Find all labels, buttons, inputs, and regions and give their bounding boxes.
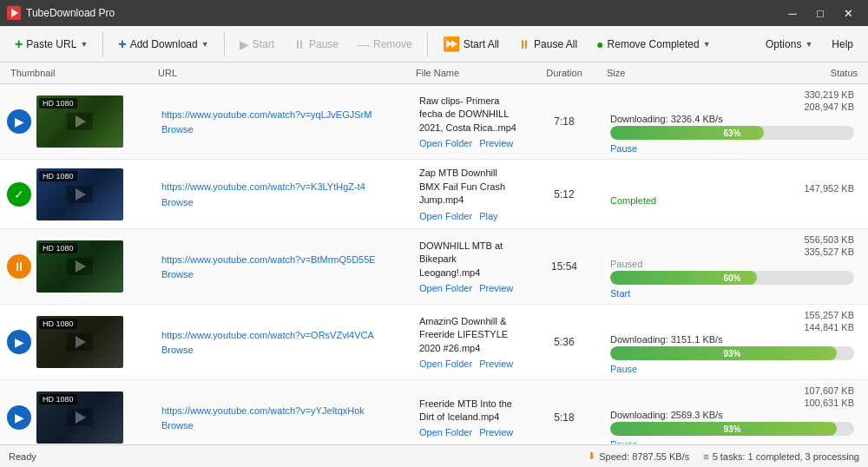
separator-1 (102, 32, 103, 56)
progress-bar: 60% (610, 271, 854, 285)
url-cell: https://www.youtube.com/watch?v=BtMrmQ5D… (155, 252, 412, 281)
start-label: Start (253, 38, 274, 50)
file-link-open-folder[interactable]: Open Folder (419, 211, 472, 221)
thumbnail-cell: ⏸ HD 1080 (7, 240, 155, 293)
row-action-button[interactable]: ⏸ (7, 254, 31, 279)
url-link-browse[interactable]: Browse (161, 197, 194, 207)
file-actions: Open Folder Preview (419, 427, 518, 437)
size-top: 330,219 KB (610, 89, 854, 100)
status-action-link[interactable]: Pause (610, 143, 854, 154)
progress-label: 63% (610, 128, 854, 138)
remove-button[interactable]: — Remove (350, 33, 420, 56)
file-link-preview[interactable]: Preview (479, 138, 513, 148)
status-action-link[interactable]: Start (610, 288, 854, 299)
filename-text: Zap MTB Downhill BMX Fail Fun Crash Jump… (419, 167, 518, 207)
url-link-browse[interactable]: Browse (161, 420, 194, 431)
url-text[interactable]: https://www.youtube.com/watch?v=yqLJvEGJ… (161, 109, 405, 121)
duration-cell: 7:18 (525, 114, 603, 129)
add-download-icon: + (118, 36, 126, 52)
size-bottom: 144,841 KB (610, 322, 854, 332)
file-link-open-folder[interactable]: Open Folder (419, 138, 472, 148)
app-title: TubeDownload Pro (26, 7, 779, 19)
progress-bar: 93% (610, 346, 854, 360)
file-actions: Open Folder Play (419, 211, 518, 221)
th-thumbnail: Thumbnail (7, 66, 155, 80)
paste-url-dropdown-arrow: ▼ (80, 40, 88, 49)
th-size: Size (607, 68, 625, 78)
duration-cell: 5:12 (525, 187, 603, 202)
status-completed: Completed (610, 195, 854, 206)
row-action-button[interactable]: ▶ (7, 330, 31, 354)
url-link-browse[interactable]: Browse (161, 124, 194, 135)
status-speed-text: Speed: 8787.55 KB/s (599, 451, 689, 462)
remove-icon: — (358, 37, 370, 51)
file-link-preview[interactable]: Preview (479, 427, 513, 437)
file-link-play[interactable]: Play (479, 211, 497, 221)
progress-label: 93% (610, 424, 854, 434)
paste-url-button[interactable]: + Paste URL ▼ (7, 32, 95, 56)
file-link-open-folder[interactable]: Open Folder (419, 427, 472, 437)
downloading-status-text: Downloading: 3236.4 KB/s (610, 114, 854, 124)
start-button[interactable]: ▶ Start (232, 33, 282, 56)
row-action-button[interactable]: ✓ (7, 182, 31, 207)
url-cell: https://www.youtube.com/watch?v=ORsVZvl4… (155, 327, 412, 357)
thumbnail-cell: ▶ HD 1080 (7, 95, 155, 148)
file-link-preview[interactable]: Preview (479, 283, 513, 293)
file-actions: Open Folder Preview (419, 138, 518, 148)
pause-label: Pause (309, 38, 339, 50)
start-all-button[interactable]: ⏩ Start All (435, 31, 507, 56)
status-action-link[interactable]: Pause (610, 364, 854, 374)
table-row: ▶ HD 1080 https://www.youtube.com/watch?… (0, 305, 868, 380)
url-link-browse[interactable]: Browse (161, 269, 194, 280)
url-text[interactable]: https://www.youtube.com/watch?v=BtMrmQ5D… (161, 253, 405, 266)
file-link-open-folder[interactable]: Open Folder (419, 358, 472, 369)
url-actions: Browse (161, 345, 405, 355)
close-button[interactable]: ✕ (835, 0, 861, 26)
url-actions: Browse (161, 269, 405, 280)
duration-cell: 5:36 (525, 334, 603, 350)
thumb-overlay (36, 95, 123, 148)
filename-text: AmazinG Downhill & Freeride LIFESTYLE 20… (419, 315, 518, 355)
plus-icon: + (15, 36, 23, 52)
thumb-overlay (36, 391, 123, 444)
progress-label: 60% (610, 273, 854, 283)
add-download-dropdown-arrow: ▼ (201, 40, 209, 49)
app-icon (7, 6, 21, 20)
thumbnail-cell: ▶ HD 1080 (7, 316, 155, 368)
filename-cell: Zap MTB Downhill BMX Fail Fun Crash Jump… (412, 165, 525, 222)
maximize-button[interactable]: □ (807, 0, 833, 26)
file-link-preview[interactable]: Preview (479, 358, 513, 369)
url-text[interactable]: https://www.youtube.com/watch?v=yYJeItqx… (161, 405, 405, 417)
status-speed-area: ⬇ Speed: 8787.55 KB/s (588, 451, 689, 462)
url-text[interactable]: https://www.youtube.com/watch?v=ORsVZvl4… (161, 329, 405, 341)
size-top: 147,952 KB (610, 183, 854, 194)
row-action-button[interactable]: ▶ (7, 405, 31, 430)
thumbnail-cell: ▶ HD 1080 (7, 391, 155, 444)
file-link-open-folder[interactable]: Open Folder (419, 283, 472, 293)
url-link-browse[interactable]: Browse (161, 345, 194, 355)
paste-url-label: Paste URL (26, 38, 76, 50)
thumbnail-image: HD 1080 (36, 316, 123, 368)
table-row: ⏸ HD 1080 https://www.youtube.com/watch?… (0, 229, 868, 305)
status-action-link[interactable]: Pause (610, 439, 854, 444)
thumbnail-cell: ✓ HD 1080 (7, 168, 155, 220)
filename-cell: DOWNHILL MTB at Bikepark Leogang!.mp4 Op… (412, 238, 525, 295)
add-download-button[interactable]: + Add Download ▼ (110, 32, 216, 56)
remove-completed-dropdown-arrow: ▼ (703, 40, 711, 49)
th-filename: File Name (412, 66, 525, 80)
thumbnail-image: HD 1080 (36, 168, 123, 220)
start-icon: ▶ (240, 37, 249, 51)
pause-button[interactable]: ⏸ Pause (286, 33, 346, 56)
status-cell: 147,952 KB Completed (603, 181, 861, 207)
pause-all-button[interactable]: ⏸ Pause All (510, 33, 585, 56)
row-action-button[interactable]: ▶ (7, 109, 31, 134)
title-bar: TubeDownload Pro ─ □ ✕ (0, 0, 868, 26)
minimize-button[interactable]: ─ (779, 0, 806, 26)
status-bar: Ready ⬇ Speed: 8787.55 KB/s ≡ 5 tasks: 1… (0, 444, 868, 467)
filename-cell: AmazinG Downhill & Freeride LIFESTYLE 20… (412, 313, 525, 371)
thumbnail-image: HD 1080 (36, 95, 123, 148)
url-text[interactable]: https://www.youtube.com/watch?v=K3LYtHgZ… (161, 181, 405, 193)
remove-completed-button[interactable]: ● Remove Completed ▼ (589, 33, 718, 56)
help-button[interactable]: Help (824, 34, 861, 55)
options-button[interactable]: Options ▼ (758, 34, 820, 55)
